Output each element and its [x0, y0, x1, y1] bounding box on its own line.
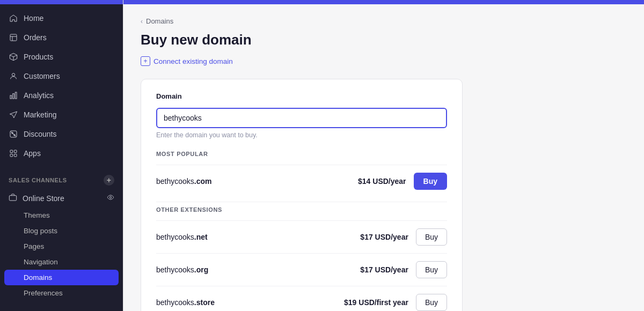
sidebar-item-marketing[interactable]: Marketing [0, 105, 123, 124]
main-content: ‹ Domains Buy new domain + Connect exist… [123, 0, 644, 311]
sidebar-item-online-store[interactable]: Online Store [0, 189, 123, 208]
connect-existing-domain-link[interactable]: + Connect existing domain [141, 56, 233, 66]
section-divider [156, 202, 447, 202]
sidebar-item-themes[interactable]: Themes [0, 208, 123, 223]
domain-name-store: bethycooks.store [156, 298, 344, 307]
connect-domain-label: Connect existing domain [153, 57, 233, 65]
svg-rect-0 [10, 34, 17, 41]
buy-button-org[interactable]: Buy [416, 261, 447, 278]
domain-search-card: Domain Enter the domain you want to buy.… [141, 79, 463, 311]
sidebar-item-navigation[interactable]: Navigation [0, 254, 123, 270]
analytics-icon [9, 91, 18, 100]
sidebar-item-discounts[interactable]: Discounts [0, 124, 123, 144]
breadcrumb-link[interactable]: Domains [146, 17, 173, 25]
connect-domain-icon: + [141, 56, 150, 66]
sidebar-item-apps-label: Apps [24, 149, 41, 158]
domain-section-label: Domain [156, 92, 447, 100]
svg-rect-12 [10, 154, 13, 157]
buy-button-net[interactable]: Buy [416, 228, 447, 246]
sidebar-item-customers-label: Customers [24, 72, 60, 80]
sidebar-item-discounts-label: Discounts [24, 130, 56, 138]
sidebar-top-bar [0, 0, 123, 4]
svg-rect-6 [15, 92, 17, 99]
products-icon [9, 52, 18, 62]
eye-icon [107, 194, 114, 203]
domain-name-net: bethycooks.net [156, 233, 360, 241]
domain-row-com: bethycooks.com $14 USD/year Buy [156, 165, 447, 197]
domain-price-org: $17 USD/year [360, 265, 408, 274]
other-extensions-label: OTHER EXTENSIONS [156, 206, 447, 213]
page-title: Buy new domain [141, 32, 627, 48]
sales-channels-header: SALES CHANNELS + [0, 167, 123, 189]
domain-input-hint: Enter the domain you want to buy. [156, 131, 447, 139]
breadcrumb[interactable]: ‹ Domains [141, 17, 627, 25]
sidebar-item-home-label: Home [24, 14, 43, 23]
sidebar-item-marketing-label: Marketing [24, 110, 56, 119]
top-accent-bar [123, 0, 644, 4]
sales-channels-label: SALES CHANNELS [9, 177, 67, 183]
other-extensions-section: OTHER EXTENSIONS bethycooks.net $17 USD/… [156, 206, 447, 311]
sidebar-item-domains[interactable]: Domains [4, 270, 119, 285]
online-store-icon [9, 193, 17, 203]
buy-button-store[interactable]: Buy [416, 294, 447, 311]
domain-search-input[interactable] [156, 108, 447, 128]
sidebar-item-preferences[interactable]: Preferences [0, 285, 123, 301]
sidebar-item-pages[interactable]: Pages [0, 239, 123, 254]
buy-button-com[interactable]: Buy [414, 173, 447, 190]
sidebar-item-home[interactable]: Home [0, 9, 123, 28]
add-sales-channel-button[interactable]: + [104, 175, 114, 186]
sidebar-item-blog-posts[interactable]: Blog posts [0, 223, 123, 239]
online-store-label: Online Store [23, 194, 64, 203]
sidebar: Home Orders Products Customers Analytics [0, 0, 123, 311]
sidebar-item-products-label: Products [24, 53, 53, 61]
apps-icon [9, 149, 18, 158]
svg-rect-13 [14, 154, 17, 157]
sidebar-item-orders[interactable]: Orders [0, 28, 123, 47]
domain-name-com: bethycooks.com [156, 177, 358, 186]
sidebar-item-analytics-label: Analytics [24, 91, 54, 100]
svg-point-15 [109, 196, 112, 198]
discounts-icon [9, 129, 18, 139]
breadcrumb-arrow: ‹ [141, 18, 143, 25]
most-popular-label: MOST POPULAR [156, 151, 447, 157]
domain-row-org: bethycooks.org $17 USD/year Buy [156, 253, 447, 286]
most-popular-section: MOST POPULAR bethycooks.com $14 USD/year… [156, 151, 447, 197]
svg-rect-5 [13, 94, 14, 99]
sidebar-item-orders-label: Orders [24, 33, 47, 42]
svg-rect-11 [14, 150, 17, 153]
svg-rect-10 [10, 150, 13, 153]
sidebar-item-customers[interactable]: Customers [0, 66, 123, 86]
home-icon [9, 13, 18, 23]
domain-row-net: bethycooks.net $17 USD/year Buy [156, 220, 447, 253]
domain-row-store: bethycooks.store $19 USD/first year Buy [156, 286, 447, 311]
svg-point-3 [12, 73, 14, 76]
domain-name-org: bethycooks.org [156, 265, 360, 274]
marketing-icon [9, 110, 18, 120]
svg-rect-14 [9, 196, 16, 201]
domain-price-store: $19 USD/first year [344, 298, 408, 307]
sidebar-item-products[interactable]: Products [0, 47, 123, 66]
orders-icon [9, 33, 18, 42]
domain-price-com: $14 USD/year [358, 177, 406, 186]
domain-price-net: $17 USD/year [360, 233, 408, 241]
sidebar-item-analytics[interactable]: Analytics [0, 86, 123, 105]
main-nav: Home Orders Products Customers Analytics [0, 4, 123, 167]
customers-icon [9, 71, 18, 81]
svg-rect-4 [10, 95, 12, 99]
sidebar-item-apps[interactable]: Apps [0, 144, 123, 163]
